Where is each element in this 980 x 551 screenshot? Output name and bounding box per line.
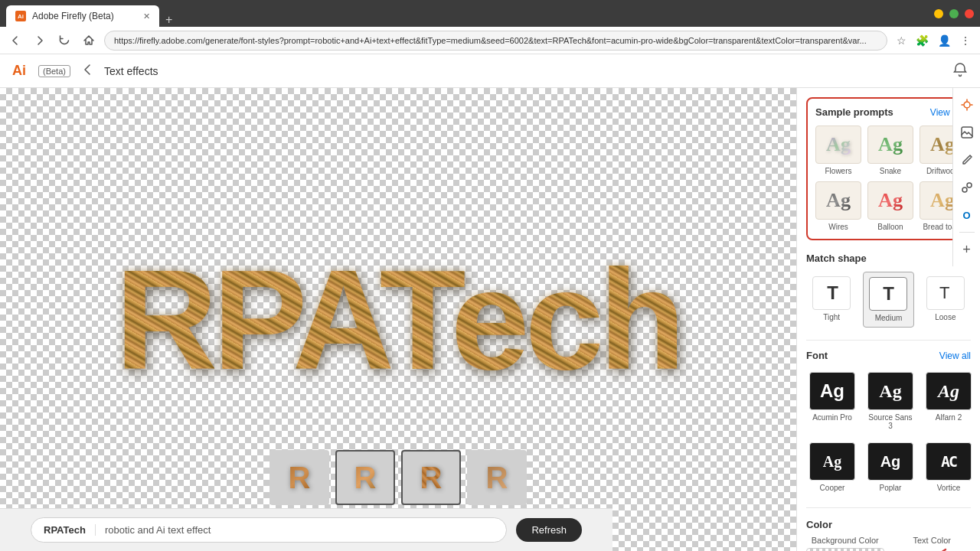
section-divider-1 xyxy=(806,340,971,341)
font-ag-alfarn: Ag xyxy=(938,381,959,402)
shape-preview-loose: T xyxy=(926,276,965,310)
sample-prompts-title: Sample prompts xyxy=(815,106,893,118)
main-layout: RPATech R R R R RPATech xyxy=(0,88,980,551)
sample-prompts-header: Sample prompts View all xyxy=(815,106,962,118)
outlook-icon[interactable]: O xyxy=(956,204,978,226)
sample-item-balloon[interactable]: Ag Balloon xyxy=(867,181,913,231)
font-item-alfarn[interactable]: Ag Alfarn 2 xyxy=(923,369,975,433)
match-shape-section: Match shape T Tight T Medium T xyxy=(806,253,971,328)
shape-t-loose: T xyxy=(939,283,951,303)
browser-chrome: Ai Adobe Firefly (Beta) ✕ + xyxy=(0,0,980,27)
window-controls xyxy=(934,9,974,18)
beta-badge: (Beta) xyxy=(38,65,70,77)
generate-icon[interactable] xyxy=(956,94,978,116)
refresh-button[interactable]: Refresh xyxy=(516,518,582,542)
back-button[interactable] xyxy=(80,62,95,80)
thumb-letter-3: R xyxy=(486,461,508,495)
tab-close-button[interactable]: ✕ xyxy=(143,11,150,21)
font-label-poplar: Poplar xyxy=(880,484,902,492)
reload-button[interactable] xyxy=(55,31,74,50)
shape-preview-tight: T xyxy=(812,276,851,310)
color-section: Color Background Color Talor Text Color … xyxy=(806,517,971,551)
font-view-all[interactable]: View all xyxy=(939,350,971,361)
svg-point-4 xyxy=(967,183,972,187)
background-color-swatch[interactable] xyxy=(806,548,884,551)
sample-label-wires: Wires xyxy=(828,223,848,231)
add-plus-icon[interactable]: + xyxy=(956,239,978,260)
background-color-col: Background Color Talor xyxy=(806,536,884,551)
shape-item-loose[interactable]: T Loose xyxy=(920,272,971,328)
font-grid: Ag Acumin Pro Ag Source Sans 3 Ag Alfarn… xyxy=(806,369,971,495)
sample-preview-snake: Ag xyxy=(867,126,913,164)
address-bar[interactable]: https://firefly.adobe.com/generate/font-… xyxy=(104,31,887,51)
thumbnail-0[interactable]: R xyxy=(270,450,329,505)
font-ag-vortice: AC xyxy=(941,452,956,471)
sample-item-wires[interactable]: Ag Wires xyxy=(815,181,861,231)
sample-preview-balloon: Ag xyxy=(867,181,913,220)
shape-label-tight: Tight xyxy=(823,313,840,321)
bookmark-icon[interactable]: ☆ xyxy=(893,31,910,50)
close-button[interactable] xyxy=(965,9,974,18)
shape-t-tight: T xyxy=(827,282,836,304)
menu-icon[interactable]: ⋮ xyxy=(957,31,974,50)
browser-tab-active[interactable]: Ai Adobe Firefly (Beta) ✕ xyxy=(6,5,159,27)
navigation-bar: https://firefly.adobe.com/generate/font-… xyxy=(0,27,980,54)
font-ag-acumin: Ag xyxy=(820,380,844,402)
color-title: Color xyxy=(806,519,832,530)
app-header: Ai (Beta) Text effects xyxy=(0,54,980,88)
font-item-vortice[interactable]: AC Vortice xyxy=(923,439,975,495)
text-name-label[interactable]: RPATech xyxy=(44,524,96,536)
notification-bell-icon[interactable] xyxy=(952,62,968,80)
effects-panel-icon[interactable] xyxy=(956,177,978,198)
font-item-sourcesans[interactable]: Ag Source Sans 3 xyxy=(864,369,916,433)
maximize-button[interactable] xyxy=(949,9,959,18)
canvas-background: RPATech R R R R xyxy=(0,88,796,551)
minimize-button[interactable] xyxy=(934,9,943,18)
background-color-label: Background Color xyxy=(806,536,884,545)
new-tab-button[interactable]: + xyxy=(159,13,178,27)
shape-item-medium[interactable]: T Medium xyxy=(863,272,913,328)
sample-item-flowers[interactable]: Ag Flowers xyxy=(815,126,861,175)
sample-ag-snake: Ag xyxy=(878,133,903,156)
sample-ag-wires: Ag xyxy=(826,189,851,212)
font-item-poplar[interactable]: Ag Poplar xyxy=(864,439,916,495)
font-ag-poplar: Ag xyxy=(880,453,901,471)
thumbnail-1[interactable]: R xyxy=(335,450,395,505)
home-button[interactable] xyxy=(80,31,98,50)
thumbnail-3[interactable]: R xyxy=(467,450,527,505)
images-icon[interactable] xyxy=(956,122,978,143)
text-art-display: RPATech xyxy=(38,174,758,465)
sample-label-balloon: Balloon xyxy=(877,223,903,231)
thumb-letter-1: R xyxy=(354,461,377,495)
font-preview-acumin: Ag xyxy=(809,372,855,410)
svg-point-1 xyxy=(964,102,970,108)
font-item-cooper[interactable]: Ag Cooper xyxy=(806,439,858,495)
match-shape-header: Match shape xyxy=(806,253,971,264)
sample-item-snake[interactable]: Ag Snake xyxy=(867,126,913,175)
profile-icon[interactable]: 👤 xyxy=(935,31,954,50)
font-item-acumin[interactable]: Ag Acumin Pro xyxy=(806,369,858,433)
font-label-acumin: Acumin Pro xyxy=(812,413,852,422)
font-label-sourcesans: Source Sans 3 xyxy=(867,413,913,430)
nav-icons: ☆ 🧩 👤 ⋮ xyxy=(893,31,974,50)
text-color-col: Text Color Talor xyxy=(893,536,972,551)
toolbar-divider xyxy=(959,232,975,233)
font-preview-poplar: Ag xyxy=(867,442,913,481)
font-preview-vortice: AC xyxy=(926,442,972,481)
extensions-icon[interactable]: 🧩 xyxy=(913,31,932,50)
sample-label-snake: Snake xyxy=(880,167,901,175)
pen-icon[interactable] xyxy=(956,149,978,171)
back-nav-button[interactable] xyxy=(6,31,24,50)
sample-preview-flowers: Ag xyxy=(815,126,861,164)
forward-nav-button[interactable] xyxy=(31,31,49,50)
thumbnail-2[interactable]: R xyxy=(401,450,461,505)
shape-item-tight[interactable]: T Tight xyxy=(806,272,857,328)
url-text: https://firefly.adobe.com/generate/font-… xyxy=(114,36,867,45)
prompt-text[interactable]: robotic and Ai text effect xyxy=(105,524,495,536)
text-color-swatch[interactable] xyxy=(893,548,972,551)
shape-preview-medium: T xyxy=(869,277,907,311)
color-row: Background Color Talor Text Color Talor xyxy=(806,536,971,551)
font-section: Font View all Ag Acumin Pro Ag Source Sa… xyxy=(806,350,971,495)
svg-point-3 xyxy=(962,187,967,192)
adobe-logo: Ai xyxy=(12,63,26,79)
